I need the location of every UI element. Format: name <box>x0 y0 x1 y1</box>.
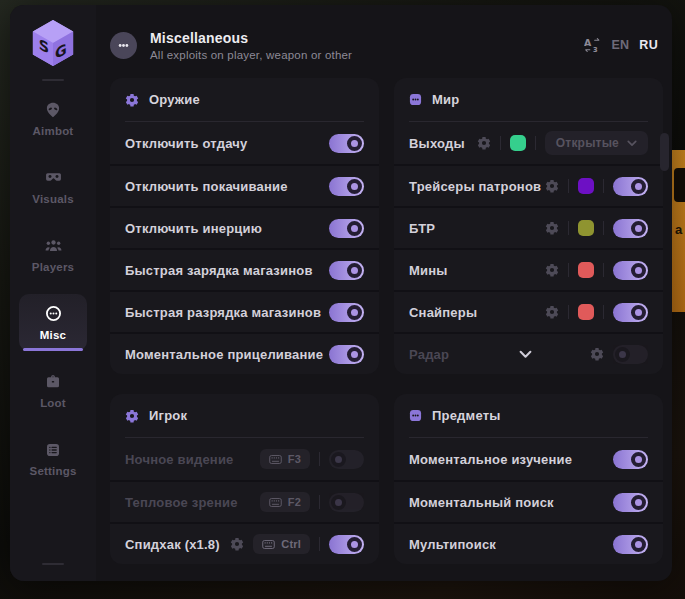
keyboard-icon <box>269 455 282 464</box>
toggle-on[interactable] <box>329 303 364 322</box>
alien-icon <box>45 101 61 119</box>
vr-goggles-icon <box>45 169 62 187</box>
briefcase-icon <box>45 373 61 391</box>
toggle-on[interactable] <box>329 261 364 280</box>
toggle-knob <box>631 305 646 320</box>
dots-square-icon <box>409 93 422 106</box>
toggle-knob <box>347 305 362 320</box>
row-settings-gear-icon[interactable] <box>545 179 559 193</box>
chevron-down-icon[interactable] <box>519 350 532 359</box>
section-rows: Моментальное изучениеМоментальный поискМ… <box>394 438 663 564</box>
row-controls: Открытые <box>477 131 648 155</box>
toggle-on[interactable] <box>613 535 648 554</box>
svg-text:A: A <box>584 37 592 48</box>
row-settings-gear-icon[interactable] <box>545 305 559 319</box>
control-divider <box>603 263 604 277</box>
feature-row: Быстрая разрядка магазинов <box>110 290 379 332</box>
control-divider <box>568 263 569 277</box>
feature-row: Отключить инерцию <box>110 206 379 248</box>
row-controls <box>329 345 364 364</box>
toggle-knob <box>347 179 362 194</box>
toggle-off[interactable] <box>613 345 648 364</box>
color-swatch[interactable] <box>578 220 594 236</box>
section-weapon: ОружиеОтключить отдачуОтключить покачива… <box>110 78 379 374</box>
row-controls <box>329 177 364 196</box>
section-items: ПредметыМоментальное изучениеМоментальны… <box>394 394 663 564</box>
sidebar-item-loot[interactable]: Loot <box>19 362 87 419</box>
row-controls <box>613 535 648 554</box>
hotkey-badge[interactable]: F2 <box>260 492 310 512</box>
sidebar-item-misc[interactable]: Misc <box>19 294 87 351</box>
color-swatch[interactable] <box>510 135 526 151</box>
toggle-on[interactable] <box>329 219 364 238</box>
sidebar-item-label: Visuals <box>32 193 73 205</box>
row-settings-gear-icon[interactable] <box>477 136 491 150</box>
feature-label: Трейсеры патронов <box>409 179 541 194</box>
toggle-on[interactable] <box>613 219 648 238</box>
control-divider <box>568 305 569 319</box>
feature-label: Мины <box>409 263 448 278</box>
toggle-on[interactable] <box>329 177 364 196</box>
control-divider <box>319 537 320 551</box>
color-swatch[interactable] <box>578 304 594 320</box>
section-header: Оружие <box>110 78 379 121</box>
row-settings-gear-icon[interactable] <box>230 537 244 551</box>
hotkey-badge[interactable]: F3 <box>260 449 310 469</box>
control-divider <box>319 495 320 509</box>
sidebar-divider <box>42 79 64 81</box>
sidebar-item-aimbot[interactable]: Aimbot <box>19 90 87 147</box>
section-title: Мир <box>432 92 459 107</box>
section-title: Предметы <box>432 408 501 423</box>
control-divider <box>319 452 320 466</box>
chevron-down-icon <box>627 140 637 147</box>
toggle-off[interactable] <box>329 450 364 469</box>
toggle-off[interactable] <box>329 493 364 512</box>
toggle-on[interactable] <box>329 345 364 364</box>
toggle-on[interactable] <box>613 303 648 322</box>
section-header: Мир <box>394 78 663 121</box>
row-controls: F2 <box>260 492 364 512</box>
page-subtitle: All exploits on player, weapon or other <box>150 49 352 61</box>
background-fragment-text: а <box>675 222 682 237</box>
app-logo-icon: S G <box>30 18 76 68</box>
toggle-on[interactable] <box>613 261 648 280</box>
toggle-knob <box>331 452 346 467</box>
sidebar-item-visuals[interactable]: Visuals <box>19 158 87 215</box>
toggle-on[interactable] <box>613 450 648 469</box>
lang-en-button[interactable]: EN <box>611 38 629 52</box>
feature-label: Отключить отдачу <box>125 136 247 151</box>
row-settings-gear-icon[interactable] <box>590 347 604 361</box>
section-world: МирВыходыОткрытыеТрейсеры патроновБТРМин… <box>394 78 663 374</box>
section-header: Предметы <box>394 394 663 437</box>
sidebar-bottom-divider <box>42 563 64 565</box>
toggle-on[interactable] <box>329 134 364 153</box>
row-settings-gear-icon[interactable] <box>545 221 559 235</box>
settings-list-icon <box>45 441 61 459</box>
sections-grid: ОружиеОтключить отдачуОтключить покачива… <box>110 78 663 564</box>
exits-dropdown[interactable]: Открытые <box>545 131 648 155</box>
feature-label: Моментальное прицеливание <box>125 347 323 362</box>
row-settings-gear-icon[interactable] <box>545 263 559 277</box>
feature-row: ВыходыОткрытые <box>394 122 663 164</box>
hotkey-badge[interactable]: Ctrl <box>253 534 310 554</box>
background-game-fragment: а <box>672 150 685 312</box>
hotkey-label: F2 <box>288 496 301 508</box>
row-controls <box>545 177 648 196</box>
sidebar-item-label: Players <box>32 261 74 273</box>
toggle-on[interactable] <box>329 535 364 554</box>
toggle-knob <box>631 221 646 236</box>
sidebar-item-settings[interactable]: Settings <box>19 430 87 487</box>
color-swatch[interactable] <box>578 262 594 278</box>
sidebar-item-players[interactable]: Players <box>19 226 87 283</box>
lang-ru-button[interactable]: RU <box>639 38 658 52</box>
ellipsis-circle-icon <box>45 305 62 323</box>
keyboard-icon <box>269 498 282 507</box>
toggle-on[interactable] <box>613 493 648 512</box>
color-swatch[interactable] <box>578 178 594 194</box>
toggle-knob <box>347 263 362 278</box>
toggle-on[interactable] <box>613 177 648 196</box>
scrollbar-thumb[interactable] <box>660 133 669 171</box>
page-titles: Miscellaneous All exploits on player, we… <box>150 30 352 61</box>
toggle-knob <box>331 495 346 510</box>
toggle-knob <box>347 347 362 362</box>
